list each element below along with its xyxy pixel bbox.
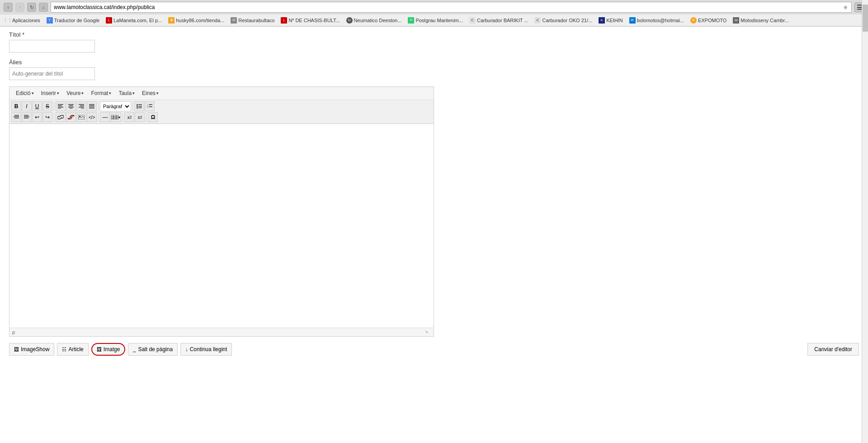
bookmark-chasis[interactable]: L Nº DE CHASIS-BULT... [278, 16, 342, 24]
titol-input[interactable] [9, 40, 95, 52]
undo-button[interactable]: ↩ [32, 112, 42, 122]
change-editor-button[interactable]: Canviar d'editor [807, 343, 859, 356]
code-button[interactable]: </> [87, 112, 97, 122]
eines-arrow-icon: ▾ [156, 91, 159, 95]
bookmark-neumatico[interactable]: N Neumatico Deeston... [344, 16, 405, 24]
bookmark-oko-label: Carburador OKO 21/... [542, 18, 592, 23]
align-justify-button[interactable] [87, 101, 97, 111]
toolbar-separator-6 [123, 113, 123, 122]
svg-rect-8 [79, 104, 84, 105]
bookmark-postgrau[interactable]: P Postgrau Mantenim... [405, 16, 466, 24]
menu-format[interactable]: Format ▾ [87, 89, 115, 98]
svg-rect-19 [138, 106, 142, 107]
toolbar-row-1: B I U S Paràgraf [11, 101, 432, 111]
bookmark-oko[interactable]: C Carburador OKO 21/... [532, 16, 595, 24]
align-center-button[interactable] [66, 101, 76, 111]
bolomotos-favicon: ✉ [629, 17, 636, 24]
subscript-button[interactable]: x2 [124, 112, 134, 122]
bookmark-lamaneta-label: LaManeta.com, El p... [113, 18, 162, 23]
image-button[interactable] [76, 112, 86, 122]
edicio-arrow-icon: ▾ [32, 91, 34, 95]
home-button[interactable]: ⌂ [39, 3, 48, 12]
svg-rect-9 [80, 105, 84, 106]
outdent-button[interactable] [11, 112, 21, 122]
svg-rect-27 [14, 116, 19, 117]
back-button[interactable]: ‹ [4, 3, 13, 12]
editor-toolbar: B I U S Paràgraf [9, 100, 434, 124]
svg-rect-17 [138, 105, 142, 105]
toolbar-separator-5 [98, 113, 99, 122]
menu-eines[interactable]: Eines ▾ [138, 89, 162, 98]
salt-button[interactable]: ⎯ Salt de pàgina [128, 343, 178, 356]
toolbar-separator-7 [146, 113, 146, 122]
star-icon[interactable]: ★ [843, 4, 849, 11]
svg-rect-11 [81, 108, 84, 109]
scrollbar[interactable] [862, 0, 868, 443]
resize-handle-icon[interactable]: ↘ [425, 329, 431, 335]
menu-taula[interactable]: Taula ▾ [115, 89, 138, 98]
husky-favicon: ★ [168, 17, 175, 24]
article-icon: ☷ [62, 347, 66, 352]
menu-edicio[interactable]: Edició ▾ [12, 89, 38, 98]
align-left-button[interactable] [56, 101, 66, 111]
editor-container: Edició ▾ Inserir ▾ Veure ▾ Format ▾ Taul… [9, 86, 434, 337]
superscript-button[interactable]: x2 [135, 112, 145, 122]
align-right-button[interactable] [76, 101, 86, 111]
bookmark-lamaneta[interactable]: L LaManeta.com, El p... [103, 16, 165, 24]
svg-point-16 [137, 104, 138, 105]
toolbar-separator-4 [54, 113, 54, 122]
svg-rect-7 [70, 108, 73, 109]
redo-button[interactable]: ↪ [42, 112, 52, 122]
svg-point-18 [137, 106, 138, 107]
table-button[interactable]: ▾ [110, 112, 121, 122]
bookmark-expomoto[interactable]: ☀ EXPOMOTO [688, 16, 729, 24]
continua-button[interactable]: ↓ Continua llegint [180, 343, 232, 356]
hr-button[interactable]: — [100, 112, 110, 122]
address-bar-container: ★ [51, 2, 852, 13]
format-arrow-icon: ▾ [109, 91, 111, 95]
alias-input[interactable] [9, 67, 95, 80]
svg-rect-26 [14, 115, 19, 116]
menu-veure[interactable]: Veure ▾ [63, 89, 87, 98]
bookmark-keihin[interactable]: K KEIHIN [596, 16, 626, 24]
paragraph-format-select[interactable]: Paràgraf [100, 101, 131, 111]
editor-area[interactable] [9, 124, 434, 328]
traductor-favicon: T [47, 17, 53, 24]
bookmark-husky-label: husky86.com/tienda... [176, 18, 224, 23]
bookmark-traductor[interactable]: T Traductor de Google [44, 16, 102, 24]
continua-icon: ↓ [185, 347, 188, 352]
ordered-list-button[interactable]: 1.2. [145, 101, 155, 111]
toolbar-separator-2 [98, 102, 99, 111]
editor-statusbar: p ↘ [9, 328, 434, 336]
oko-favicon: C [534, 17, 541, 24]
barikit-favicon: C [469, 17, 476, 24]
unlink-button[interactable] [66, 112, 76, 122]
indent-button[interactable] [22, 112, 32, 122]
bottom-bar: 🖼 ImageShow ☷ Article 🖼 Imatge ⎯ Salt de… [9, 339, 859, 359]
special-char-button[interactable]: Ω [148, 112, 158, 122]
imageshow-button[interactable]: 🖼 ImageShow [9, 343, 54, 356]
unordered-list-button[interactable] [134, 101, 144, 111]
bookmark-motodisseny[interactable]: M Motodisseny Cambr... [730, 16, 791, 24]
link-button[interactable] [56, 112, 66, 122]
svg-text:2.: 2. [147, 106, 148, 108]
bookmark-restaurabultaco[interactable]: R Restaurabultaco [228, 16, 277, 24]
italic-button[interactable]: I [22, 101, 32, 111]
bookmark-bolomotos[interactable]: ✉ bolomotos@hotmai... [627, 16, 687, 24]
menu-inserir[interactable]: Inserir ▾ [38, 89, 63, 98]
article-button[interactable]: ☷ Article [57, 343, 88, 356]
bookmark-husky[interactable]: ★ husky86.com/tienda... [165, 16, 227, 24]
svg-rect-10 [79, 107, 84, 108]
imatge-button[interactable]: 🖼 Imatge [91, 343, 126, 356]
strikethrough-button[interactable]: S [42, 101, 52, 111]
underline-button[interactable]: U [32, 101, 42, 111]
reload-button[interactable]: ↻ [27, 3, 36, 12]
svg-rect-0 [58, 104, 63, 105]
bold-button[interactable]: B [11, 101, 21, 111]
bookmark-barikit[interactable]: C Carburador BARIKIT ... [467, 16, 531, 24]
bookmark-apps[interactable]: ⋮⋮ Aplicaciones [2, 16, 43, 24]
forward-button[interactable]: › [15, 3, 24, 12]
address-bar[interactable] [54, 4, 841, 10]
svg-rect-23 [149, 105, 152, 105]
svg-point-20 [137, 107, 138, 109]
